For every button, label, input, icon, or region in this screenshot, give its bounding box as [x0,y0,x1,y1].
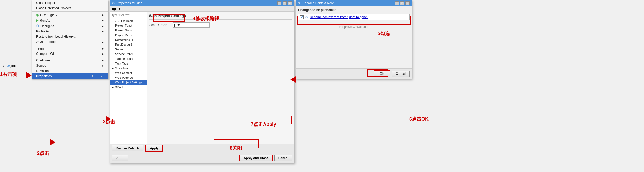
eclipse-sidebar: ▷ 🗂 jdbc [0,63,30,68]
context-menu-debug-as[interactable]: ⚙ Debug As ▶ [32,23,108,29]
tree-item-service-polici[interactable]: Service Polici [110,52,147,56]
context-menu-close-unrelated[interactable]: Close Unrelated Projects [32,6,108,11]
properties-body: JSP Fragmen Project Facet Project Natur … [110,12,294,144]
context-menu-compare-with[interactable]: Compare With ▶ [32,51,108,56]
properties-dialog: ⚙ Properties for jdbc _ □ ✕ ◀ ▶ ▼ JSP Fr… [110,0,294,163]
tree-item-web-project-settings[interactable]: Web Project Settings [110,80,147,85]
coverage-icon: ◉ [36,13,39,17]
tree-items: JSP Fragmen Project Facet Project Natur … [110,18,147,144]
context-menu-properties[interactable]: Properties Alt+Enter [32,73,108,79]
context-menu-run-as[interactable]: ▶ Run As ▶ [32,18,108,23]
right-panel-title: Web Project Settings [149,14,292,20]
restore-defaults-area: Restore Defaults Apply [112,145,292,152]
context-menu-profile-as[interactable]: Profile As ▶ [32,29,108,34]
context-root-input[interactable] [173,22,210,28]
annotation-step1: 1右击项 [0,71,17,77]
annotation-step6: 6点击OK [409,116,429,122]
check-icon: ☑ [36,69,39,73]
restore-defaults-button[interactable]: Restore Defaults [112,145,143,151]
rename-title-icon: ✎ [298,1,301,5]
rename-item-label: Rename context root from "jdbc" to "jdb2… [310,15,368,19]
sidebar-item-jdbc[interactable]: ▷ 🗂 jdbc [0,63,30,68]
toolbar-back-icon[interactable]: ◀ [111,7,114,11]
arrow-step1 [26,72,32,79]
rename-maximize-btn[interactable]: □ [400,1,404,5]
properties-left-panel: JSP Fragmen Project Facet Project Natur … [110,12,147,144]
properties-right-panel: Web Project Settings Context root: [147,12,294,144]
tree-item-web-content[interactable]: Web Content [110,71,147,75]
filter-input[interactable] [111,13,145,17]
context-menu-validate[interactable]: ☑ Validate [32,68,108,73]
context-root-label: Context root: [149,23,173,27]
tree-item-jsp[interactable]: JSP Fragmen [110,18,147,23]
checkbox-check: ✔ [300,15,303,19]
rename-type-icon: ⚙ [305,15,308,19]
rename-footer: OK Cancel [296,68,412,79]
tree-item-project-refer[interactable]: Project Refer [110,33,147,37]
context-menu-restore-history[interactable]: Restore from Local History... [32,34,108,39]
project-label: jdbc [11,64,16,68]
tree-item-server[interactable]: Server [110,47,147,52]
arrow-step3 [106,116,111,123]
apply-and-close-button[interactable]: Apply and Close [239,155,273,161]
properties-title-icon: ⚙ [112,1,115,5]
rename-section-title: Changes to be performed [298,8,410,12]
rename-cancel-button[interactable]: Cancel [392,71,410,77]
rename-dialog: ✎ Rename Context Root _ □ ✕ Changes to b… [296,0,412,79]
rename-titlebar-title: ✎ Rename Context Root [298,1,334,5]
arrow-step2 [50,139,55,146]
context-menu-source[interactable]: Source ▶ [32,63,108,68]
rename-checkbox[interactable]: ✔ [300,15,304,19]
project-icon: 🗂 [6,64,10,68]
cancel-button[interactable]: Cancel [274,155,292,161]
rename-titlebar-controls: _ □ ✕ [395,1,410,5]
rename-titlebar: ✎ Rename Context Root _ □ ✕ [296,0,412,6]
toolbar-dropdown-icon[interactable]: ▼ [118,7,121,11]
context-menu-java-ee-tools[interactable]: Java EE Tools ▶ [32,39,108,45]
tree-item-run-debug[interactable]: Run/Debug S [110,42,147,47]
run-icon: ▶ [36,18,39,22]
tree-item-xdoclet[interactable]: ▶XDoclet [110,85,147,90]
context-root-row: Context root: [149,22,292,28]
tree-item-web-page-ec[interactable]: Web Page Ec [110,75,147,80]
context-menu: Close Project Close Unrelated Projects ◉… [32,0,108,79]
properties-maximize-btn[interactable]: □ [283,1,287,5]
context-menu-coverage-as[interactable]: ◉ Coverage As ▶ [32,12,108,18]
arrow-to-rename [290,76,296,83]
no-preview-text: No preview available [298,22,410,31]
properties-titlebar: ⚙ Properties for jdbc _ □ ✕ [110,0,294,6]
titlebar-controls: _ □ ✕ [277,1,292,5]
rename-minimize-btn[interactable]: _ [395,1,399,5]
properties-toolbar: ◀ ▶ ▼ [110,6,294,12]
debug-icon: ⚙ [36,24,39,28]
context-menu-close-project[interactable]: Close Project [32,0,108,6]
properties-close-btn[interactable]: ✕ [288,1,292,5]
tree-item-validation[interactable]: ▶Validation [110,66,147,71]
project-expand-icon: ▷ [1,64,5,68]
rename-item-row: ✔ ⚙ Rename context root from "jdbc" to "… [298,14,410,20]
tree-item-targeted-run[interactable]: Targeted Run [110,56,147,61]
red-box-properties [32,135,107,143]
properties-footer: ? Apply and Close Cancel [110,153,294,163]
tree-item-project-facet[interactable]: Project Facet [110,23,147,28]
tree-item-refactoring[interactable]: Refactoring H [110,37,147,42]
properties-minimize-btn[interactable]: _ [277,1,281,5]
context-menu-configure[interactable]: Configure ▶ [32,58,108,63]
rename-body: Changes to be performed ✔ ⚙ Rename conte… [296,6,412,68]
properties-titlebar-title: ⚙ Properties for jdbc [112,1,142,5]
ok-button[interactable]: OK [374,70,390,77]
toolbar-forward-icon[interactable]: ▶ [114,7,117,11]
rename-close-btn[interactable]: ✕ [405,1,410,5]
help-button[interactable]: ? [112,155,128,161]
tree-item-task-tags[interactable]: Task Tags [110,61,147,66]
annotation-step2: 2点击 [37,150,49,156]
context-menu-team[interactable]: Team ▶ [32,46,108,51]
apply-button[interactable]: Apply [145,145,163,152]
tree-item-project-natur[interactable]: Project Natur [110,28,147,33]
